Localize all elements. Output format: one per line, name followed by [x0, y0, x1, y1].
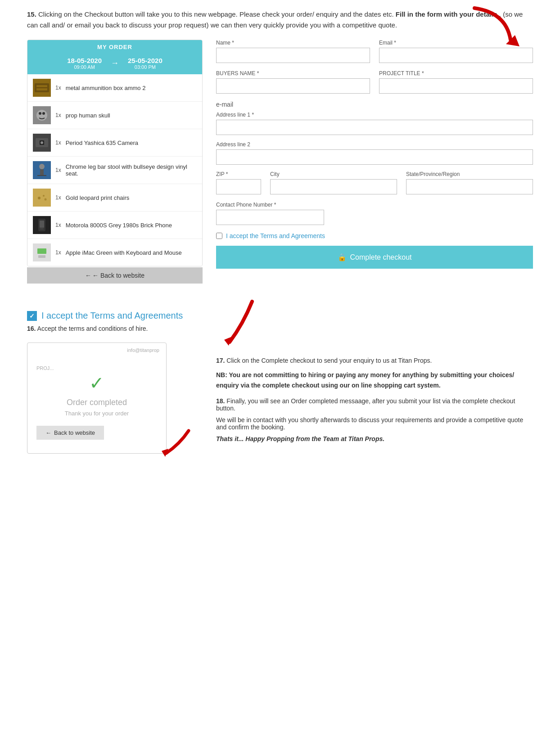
- zip-group: ZIP *: [216, 171, 261, 194]
- order-dates: 18-05-2020 09:00 AM → 25-05-2020 03:00 P…: [27, 54, 202, 74]
- item-name: prop human skull: [66, 112, 110, 119]
- date-to-block: 25-05-2020 03:00 PM: [128, 57, 163, 70]
- state-group: State/Province/Region: [406, 171, 533, 194]
- email-section-label: e-mail: [216, 101, 533, 108]
- svg-marker-22: [506, 35, 519, 46]
- svg-rect-20: [37, 248, 46, 254]
- terms-row: I accept the Terms and Agreements: [216, 232, 533, 239]
- item-thumbnail: [33, 243, 51, 261]
- svg-point-14: [43, 195, 45, 197]
- item-qty: 1x: [55, 194, 61, 201]
- complete-checkout-button[interactable]: 🔒 Complete checkout: [216, 246, 533, 269]
- section16-description: 16. Accept the terms and conditions of h…: [27, 324, 203, 333]
- svg-point-4: [39, 112, 41, 115]
- section-18: 18. Finally, you will see an Order compl…: [216, 397, 533, 442]
- phone-group: Contact Phone Number *: [216, 202, 324, 225]
- checkout-form: Name * Email * BUYERS NAME * PROJECT TIT…: [216, 40, 533, 284]
- project-title-group: PROJECT TITLE *: [379, 70, 533, 94]
- panel-email-label: info@titanprop: [127, 347, 159, 353]
- item-qty: 1x: [55, 222, 61, 228]
- svg-point-5: [42, 112, 45, 115]
- name-label: Name *: [216, 40, 370, 46]
- buyers-project-row: BUYERS NAME * PROJECT TITLE *: [216, 70, 533, 94]
- time-from: 09:00 AM: [67, 64, 102, 70]
- item-qty: 1x: [55, 167, 61, 173]
- svg-point-9: [39, 164, 45, 169]
- item-qty: 1x: [55, 85, 61, 91]
- terms-checked-icon: [27, 311, 37, 321]
- svg-rect-18: [40, 228, 44, 230]
- time-to: 03:00 PM: [128, 64, 163, 70]
- phone-label: Contact Phone Number *: [216, 202, 324, 208]
- order-completed-text: Order completed: [36, 398, 157, 407]
- back-to-website-button[interactable]: ← ← Back to website: [27, 267, 203, 284]
- date-from-block: 18-05-2020 09:00 AM: [67, 57, 102, 70]
- svg-point-15: [45, 198, 47, 201]
- closing-text: Thats it... Happy Propping from the Team…: [216, 435, 533, 442]
- zip-input[interactable]: [216, 179, 261, 194]
- item-qty: 1x: [55, 249, 61, 256]
- back-arrow-icon: ←: [85, 272, 91, 279]
- terms-checkbox[interactable]: [216, 233, 222, 239]
- city-group: City: [270, 171, 397, 194]
- section-17: 17. Click on the Complete checkout to se…: [216, 356, 533, 390]
- terms-link[interactable]: I accept the Terms and Agreements: [226, 232, 325, 239]
- zip-city-state-row: ZIP * City State/Province/Region: [216, 171, 533, 194]
- svg-rect-17: [40, 221, 44, 228]
- address1-input[interactable]: [216, 120, 533, 135]
- section-16: I accept the Terms and Agreements 16. Ac…: [27, 311, 203, 333]
- order-complete-panel: info@titanprop PROJ... ✓ Order completed…: [27, 342, 167, 454]
- address2-input[interactable]: [216, 149, 533, 165]
- order-item: 1x Motorola 8000S Grey 1980s Brick Phone: [27, 212, 202, 239]
- zip-label: ZIP *: [216, 171, 261, 177]
- state-input[interactable]: [406, 179, 533, 194]
- section16-heading: I accept the Terms and Agreements: [41, 311, 183, 321]
- panel-proj-label: PROJ...: [36, 365, 157, 371]
- email-input[interactable]: [379, 48, 533, 63]
- project-title-label: PROJECT TITLE *: [379, 70, 533, 77]
- buyers-name-group: BUYERS NAME *: [216, 70, 370, 94]
- buyers-name-input[interactable]: [216, 78, 370, 94]
- svg-rect-21: [38, 255, 45, 258]
- order-panel: MY ORDER 18-05-2020 09:00 AM → 25-05-202…: [27, 40, 203, 284]
- svg-point-8: [41, 141, 43, 144]
- item-thumbnail: [33, 189, 51, 207]
- project-title-input[interactable]: [379, 78, 533, 94]
- order-items-list: 1x metal ammunition box ammo 2 1x prop h…: [27, 74, 202, 266]
- order-item: 1x Chrome leg bar stool with bullseye de…: [27, 157, 202, 184]
- date-from: 18-05-2020: [67, 57, 102, 64]
- item-name: Period Yashica 635 Camera: [66, 140, 138, 146]
- lock-icon: 🔒: [338, 253, 347, 261]
- city-label: City: [270, 171, 397, 177]
- item-name: Motorola 8000S Grey 1980s Brick Phone: [66, 222, 172, 229]
- svg-rect-12: [36, 194, 48, 202]
- order-item: 1x Period Yashica 635 Camera: [27, 129, 202, 157]
- svg-point-13: [38, 197, 41, 199]
- item-thumbnail: [33, 106, 51, 124]
- order-item: 1x Gold leopard print chairs: [27, 184, 202, 212]
- bottom-left-col: I accept the Terms and Agreements 16. Ac…: [27, 297, 203, 454]
- state-label: State/Province/Region: [406, 171, 533, 177]
- address1-group: Address line 1 *: [216, 112, 533, 135]
- address2-group: Address line 2: [216, 141, 533, 165]
- item-qty: 1x: [55, 112, 61, 118]
- item-name: metal ammunition box ammo 2: [66, 85, 146, 91]
- thank-you-text: Thank you for your order: [36, 410, 157, 417]
- order-item: 1x prop human skull: [27, 102, 202, 129]
- date-arrow: →: [111, 59, 119, 68]
- city-input[interactable]: [270, 179, 397, 194]
- item-thumbnail: [33, 216, 51, 234]
- order-item: 1x Apple iMac Green with Keyboard and Mo…: [27, 239, 202, 266]
- order-complete-back-button[interactable]: ← Back to website: [36, 426, 104, 440]
- name-input[interactable]: [216, 48, 370, 63]
- address2-label: Address line 2: [216, 141, 533, 148]
- phone-input[interactable]: [216, 210, 324, 225]
- arrow-checkout-decoration: [216, 297, 533, 351]
- date-to: 25-05-2020: [128, 57, 163, 64]
- order-complete-checkmark: ✓: [36, 373, 157, 393]
- section16-title: I accept the Terms and Agreements: [27, 311, 203, 321]
- item-name: Gold leopard print chairs: [66, 194, 130, 201]
- svg-rect-10: [40, 169, 44, 176]
- item-name: Chrome leg bar stool with bullseye desig…: [66, 163, 197, 177]
- item-name: Apple iMac Green with Keyboard and Mouse: [66, 249, 182, 256]
